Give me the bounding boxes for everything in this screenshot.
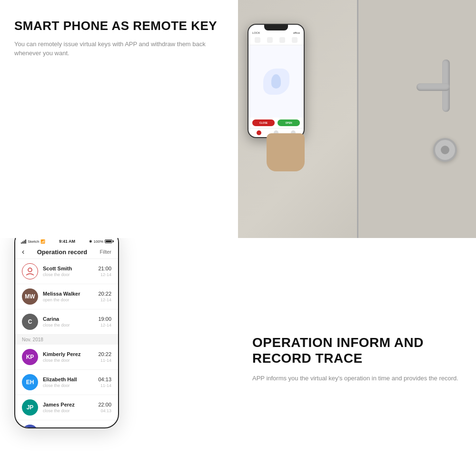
door-handle-group — [442, 60, 450, 91]
mini-status-right: office — [293, 31, 300, 34]
list-item: KP Kimberly Perez close the door 20:22 1… — [15, 345, 118, 370]
user-info-elizabeth: Elizabeth Hall close the door — [43, 377, 98, 388]
record-date: 12-14 — [98, 298, 111, 302]
user-action: close the door — [43, 323, 98, 327]
time-col: 20:22 12-14 — [98, 291, 111, 302]
mini-phone-illustration — [248, 45, 304, 118]
operation-record-list: Scott Smith close the door 21:00 12-14 M… — [15, 259, 118, 428]
user-action: close the door — [43, 408, 98, 413]
remote-key-desc: You can remotely issue virtual keys with… — [14, 40, 224, 58]
avatar-melissa: MW — [22, 288, 38, 305]
wifi-icon: 📶 — [40, 239, 45, 244]
illustration-figure — [271, 74, 281, 89]
mini-close-button[interactable]: CLOSE — [252, 119, 275, 126]
user-info-melissa: Melissa Walker open the door — [43, 291, 98, 302]
carrier-label: Sketch — [28, 239, 39, 244]
user-name: Scott Smith — [43, 266, 98, 271]
list-item: C Carina close the door 19:00 12-14 — [15, 309, 118, 335]
mini-phone-notch — [264, 25, 288, 30]
battery-fill — [106, 240, 111, 243]
time-col: 19:00 12-14 — [98, 316, 111, 327]
avatar-carina: C — [22, 314, 38, 330]
mini-phone-action-buttons: CLOSE OPEN — [248, 118, 304, 128]
avatar-jessica: JM — [22, 425, 38, 428]
battery-percent: 100% — [94, 239, 103, 244]
status-left: Sketch 📶 — [21, 239, 45, 244]
user-info-carina: Carina close the door — [43, 316, 98, 327]
user-name: Carina — [43, 316, 98, 322]
user-name: Elizabeth Hall — [43, 377, 98, 382]
app-phone-mockup: Sketch 📶 9:41 AM ✱ 100% ‹ Operation reco… — [14, 238, 119, 428]
signal-bar-4 — [25, 239, 26, 244]
record-time: 22:00 — [98, 402, 111, 407]
list-item: EH Elizabeth Hall close the door 04:13 1… — [15, 370, 118, 395]
phone-in-hand-container: LOCK office CLOSE OP — [248, 24, 324, 176]
list-item: JM Jessica Martinez close the door 19:00… — [15, 420, 118, 428]
bottom-right-section: OPERATION INFORM AND RECORD TRACE APP in… — [238, 238, 476, 476]
signal-bar-1 — [21, 242, 22, 244]
lock-cylinder-inner — [441, 146, 449, 154]
door-background: 1 2 3 4 5 6 7 8 9 * 0 # — [238, 0, 476, 238]
back-button[interactable]: ‹ — [22, 248, 24, 256]
record-time: 20:22 — [98, 291, 111, 297]
user-name: Melissa Walker — [43, 291, 98, 297]
record-time: 19:00 — [98, 316, 111, 322]
svg-point-0 — [28, 268, 32, 272]
mini-phone-status: LOCK office — [248, 30, 304, 35]
status-time: 9:41 AM — [59, 239, 75, 244]
time-col: 22:00 04:13 — [98, 402, 111, 413]
door-frame — [357, 0, 476, 238]
top-left-section: SMART PHONE AS REMOTE KEY You can remote… — [0, 0, 238, 238]
section-divider-nov: Nov. 2018 — [15, 335, 118, 345]
avatar-scott — [22, 263, 38, 279]
bluetooth-icon: ✱ — [89, 239, 92, 244]
mini-nav-icon-1 — [255, 37, 260, 43]
signal-bar-3 — [24, 240, 25, 244]
list-item: JP James Perez close the door 22:00 04:1… — [15, 395, 118, 420]
record-date: 12-14 — [98, 323, 111, 327]
battery-icon — [105, 239, 112, 243]
lock-cylinder — [433, 138, 457, 162]
user-info-james: James Perez close the door — [43, 402, 98, 413]
time-col: 04:13 11-14 — [98, 377, 111, 388]
user-icon — [25, 267, 35, 276]
record-time: 19:00 — [98, 427, 111, 428]
list-item: Scott Smith close the door 21:00 12-14 — [15, 259, 118, 284]
operation-inform-desc: APP informs you the virtual key's operat… — [252, 374, 462, 384]
user-action: close the door — [43, 383, 98, 388]
avatar-elizabeth: EH — [22, 374, 38, 390]
mini-nav-icon-4 — [292, 37, 298, 43]
app-screen-title: Operation record — [37, 248, 87, 256]
mini-phone-mockup: LOCK office CLOSE OP — [248, 24, 305, 138]
mini-open-button[interactable]: OPEN — [278, 119, 300, 126]
list-item: MW Melissa Walker open the door 20:22 12… — [15, 284, 118, 309]
operation-inform-title: OPERATION INFORM AND RECORD TRACE — [252, 335, 462, 366]
mini-nav-icon-3 — [279, 37, 285, 43]
mini-nav-home — [257, 130, 261, 135]
handle-horizontal-bar — [416, 83, 450, 91]
mini-nav-icon-2 — [267, 37, 273, 43]
record-time: 04:13 — [98, 377, 111, 382]
record-date: 11-14 — [98, 383, 111, 388]
user-name: James Perez — [43, 402, 98, 407]
top-right-section: 1 2 3 4 5 6 7 8 9 * 0 # — [238, 0, 476, 238]
record-date: 11-14 — [98, 358, 111, 363]
record-date: 12-14 — [98, 272, 111, 277]
mini-phone-nav-icons — [248, 35, 304, 45]
user-info-scott: Scott Smith close the door — [43, 266, 98, 277]
user-action: close the door — [43, 272, 98, 277]
time-col: 19:00 11-14 — [98, 427, 111, 428]
filter-button[interactable]: Filter — [100, 249, 111, 255]
avatar-james: JP — [22, 399, 38, 416]
hand-silhouette — [267, 133, 305, 171]
app-header: ‹ Operation record Filter — [15, 245, 118, 259]
signal-bars — [21, 239, 26, 244]
signal-bar-2 — [22, 241, 23, 244]
avatar-kimberly: KP — [22, 349, 38, 365]
user-action: close the door — [43, 358, 98, 363]
user-info-jessica: Jessica Martinez close the door — [43, 427, 98, 428]
user-name: Jessica Martinez — [43, 427, 98, 428]
mini-status-left: LOCK — [252, 31, 260, 34]
remote-key-title: SMART PHONE AS REMOTE KEY — [14, 19, 224, 33]
user-info-kimberly: Kimberly Perez close the door — [43, 351, 98, 363]
